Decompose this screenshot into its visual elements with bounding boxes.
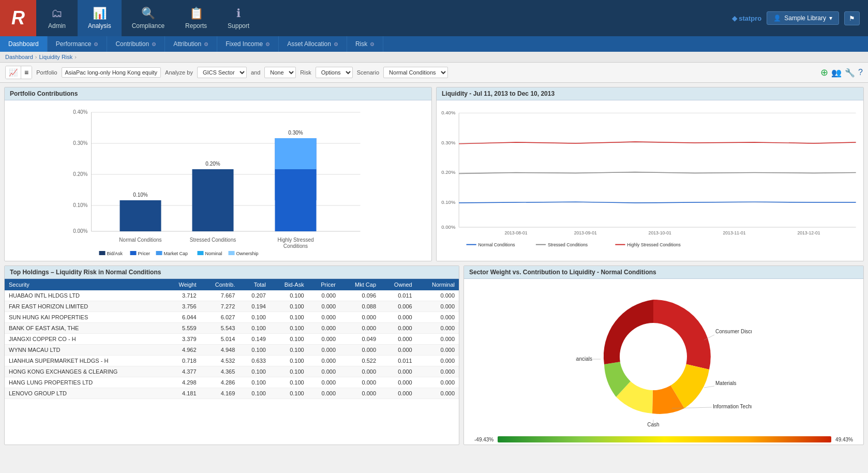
- tab-fixed-income[interactable]: Fixed Income ⚙: [217, 36, 279, 52]
- cell-total: 0.100: [239, 345, 270, 356]
- tab-asset-allocation[interactable]: Asset Allocation ⚙: [279, 36, 347, 52]
- nav-admin[interactable]: 🗂 Admin: [36, 0, 78, 36]
- tab-attribution-label: Attribution: [173, 40, 201, 48]
- svg-text:Ownership: Ownership: [236, 251, 259, 256]
- dropdown-chevron-icon: ▾: [829, 14, 832, 22]
- cell-total: 0.100: [239, 366, 270, 377]
- liquidity-chart: 0.40% 0.30% 0.20% 0.10% 0.00%: [437, 102, 863, 255]
- cell-contrib: 7.272: [201, 301, 240, 312]
- cell-contrib: 4.365: [201, 366, 240, 377]
- cell-owned: 0.000: [380, 323, 416, 334]
- sample-library-button[interactable]: 👤 Sample Library ▾: [767, 11, 839, 25]
- cell-contrib: 4.948: [201, 345, 240, 356]
- portfolio-input[interactable]: AsiaPac long-only Hong Kong equity: [62, 67, 161, 78]
- tab-contribution[interactable]: Contribution ⚙: [107, 36, 165, 52]
- cell-owned: 0.000: [380, 377, 416, 388]
- tab-performance[interactable]: Performance ⚙: [48, 36, 108, 52]
- user-icon: 👤: [773, 14, 781, 22]
- nav-compliance[interactable]: 🔍 Compliance: [122, 0, 175, 36]
- table-view-button[interactable]: ≡: [21, 66, 32, 79]
- col-total: Total: [239, 279, 270, 290]
- col-security: Security: [5, 279, 165, 290]
- cell-contrib: 5.543: [201, 323, 240, 334]
- nav-admin-label: Admin: [48, 22, 66, 29]
- nav-analysis[interactable]: 📊 Analysis: [78, 0, 122, 36]
- cell-weight: 4.377: [165, 366, 201, 377]
- donut-hole: [620, 323, 687, 390]
- cell-total: 0.149: [239, 334, 270, 345]
- cell-pricer: 0.000: [308, 323, 340, 334]
- sector-donut-chart: Financials Consumer Discretionary Materi…: [576, 284, 752, 429]
- cell-total: 0.100: [239, 377, 270, 388]
- add-green-button[interactable]: ⊕: [820, 67, 828, 78]
- color-bar-min: -49.43%: [474, 437, 493, 442]
- breadcrumb-dashboard[interactable]: Dashboard: [5, 54, 33, 60]
- table-row: LIANHUA SUPERMARKET HLDGS - H 0.718 4.53…: [5, 356, 459, 366]
- tab-risk[interactable]: Risk ⚙: [347, 36, 383, 52]
- cell-security: HANG LUNG PROPERTIES LTD: [5, 377, 165, 388]
- cell-security: HUABAO INTL HLDGS LTD: [5, 290, 165, 301]
- tab-attribution[interactable]: Attribution ⚙: [165, 36, 217, 52]
- cell-security: SUN HUNG KAI PROPERTIES: [5, 312, 165, 323]
- cell-norminal: 0.000: [416, 323, 459, 334]
- cell-total: 0.100: [239, 323, 270, 334]
- analyze-by-select[interactable]: GICS Sector: [197, 67, 247, 78]
- svg-text:Stressed Conditions: Stressed Conditions: [548, 242, 588, 247]
- cell-mkt-cap: 0.000: [340, 377, 380, 388]
- cell-owned: 0.011: [380, 290, 416, 301]
- cell-contrib: 6.027: [201, 312, 240, 323]
- sector-title: Sector Weight vs. Contribution to Liquid…: [464, 266, 863, 279]
- nav-support[interactable]: ℹ Support: [217, 0, 260, 36]
- tab-dashboard-label: Dashboard: [8, 40, 39, 48]
- help-button[interactable]: ?: [858, 67, 863, 78]
- svg-text:2013-09-01: 2013-09-01: [574, 230, 597, 235]
- scenario-select[interactable]: Normal Conditions: [383, 67, 448, 78]
- svg-text:0.30%: 0.30%: [73, 140, 87, 146]
- col-pricer: Pricer: [308, 279, 340, 290]
- svg-text:0.30%: 0.30%: [441, 140, 456, 145]
- svg-text:0.40%: 0.40%: [73, 109, 87, 115]
- cell-contrib: 4.532: [201, 356, 240, 366]
- flag-button[interactable]: ⚑: [844, 11, 860, 25]
- risk-gear-icon: ⚙: [370, 41, 375, 47]
- table-row: HUABAO INTL HLDGS LTD 3.712 7.667 0.207 …: [5, 290, 459, 301]
- app-logo[interactable]: R: [0, 0, 36, 36]
- svg-rect-26: [229, 251, 235, 255]
- cell-owned: 0.011: [380, 356, 416, 366]
- logo-letter: R: [11, 7, 25, 29]
- portfolio-contributions-chart: 0.40% 0.30% 0.20% 0.10% 0.00% 0.10%: [5, 105, 431, 257]
- support-icon: ℹ: [236, 7, 241, 20]
- svg-text:2013-08-01: 2013-08-01: [504, 230, 527, 235]
- line-normal: [459, 202, 856, 203]
- cell-weight: 4.962: [165, 345, 201, 356]
- cell-bid-ask: 0.100: [270, 312, 308, 323]
- settings-button[interactable]: 🔧: [845, 67, 855, 78]
- cell-total: 0.194: [239, 301, 270, 312]
- tab-risk-label: Risk: [355, 40, 367, 48]
- and-label: and: [251, 69, 260, 76]
- cell-bid-ask: 0.100: [270, 356, 308, 366]
- cell-security: LENOVO GROUP LTD: [5, 388, 165, 399]
- svg-text:Nominal: Nominal: [205, 251, 222, 256]
- cell-weight: 5.559: [165, 323, 201, 334]
- svg-rect-22: [156, 251, 162, 255]
- breadcrumb-liquidity-risk[interactable]: Liquidity Risk: [39, 54, 73, 60]
- and-select[interactable]: None: [264, 67, 296, 78]
- chart-view-button[interactable]: 📈: [6, 66, 21, 79]
- nav-right: ◆ statpro 👤 Sample Library ▾ ⚑: [724, 0, 868, 36]
- cell-total: 0.100: [239, 388, 270, 399]
- tab-dashboard[interactable]: Dashboard: [0, 36, 48, 52]
- table-row: LENOVO GROUP LTD 4.181 4.169 0.100 0.100…: [5, 388, 459, 399]
- risk-select[interactable]: Options: [316, 67, 353, 78]
- nav-reports[interactable]: 📋 Reports: [175, 0, 217, 36]
- cell-security: BANK OF EAST ASIA, THE: [5, 323, 165, 334]
- cell-weight: 3.756: [165, 301, 201, 312]
- cell-security: HONG KONG EXCHANGES & CLEARING: [5, 366, 165, 377]
- bar-normal: [120, 200, 161, 231]
- liquidity-title: Liquidity - Jul 11, 2013 to Dec 10, 2013: [437, 87, 863, 100]
- users-button[interactable]: 👥: [831, 67, 842, 78]
- liquidity-panel: Liquidity - Jul 11, 2013 to Dec 10, 2013…: [436, 87, 864, 261]
- cell-mkt-cap: 0.522: [340, 356, 380, 366]
- cell-contrib: 4.169: [201, 388, 240, 399]
- table-row: HONG KONG EXCHANGES & CLEARING 4.377 4.3…: [5, 366, 459, 377]
